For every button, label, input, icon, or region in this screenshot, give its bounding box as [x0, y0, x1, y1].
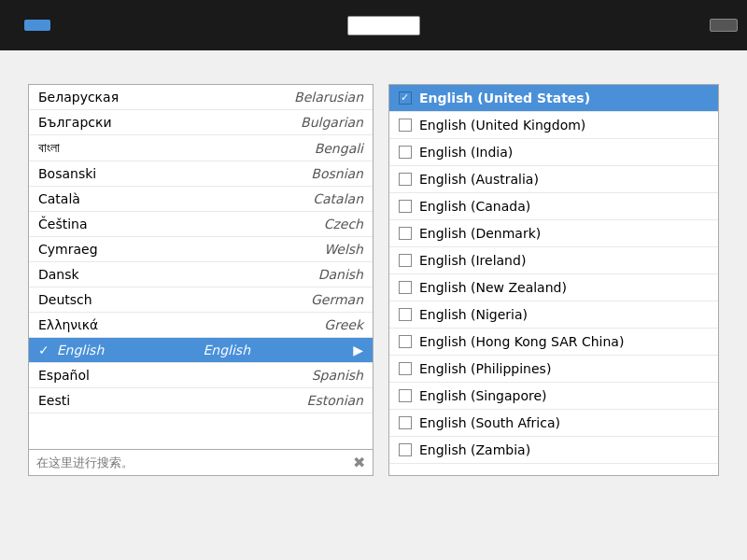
variant-list-item[interactable]: English (Zambia) [389, 437, 718, 464]
variant-label: English (Hong Kong SAR China) [419, 334, 624, 349]
lang-check-icon: ✓ [38, 343, 49, 357]
lang-english-label: Catalan [313, 191, 363, 206]
search-input[interactable] [36, 455, 347, 469]
variant-list-item[interactable]: English (Philippines) [389, 356, 718, 383]
lang-list-item[interactable]: EspañolSpanish [29, 363, 373, 388]
variant-list-item[interactable]: English (Nigeria) [389, 301, 718, 329]
lang-list-item[interactable]: বাংলাBengali [29, 135, 373, 161]
variant-checkbox[interactable] [399, 308, 412, 321]
search-clear-button[interactable]: ✖ [353, 454, 365, 471]
lang-arrow-icon: ▶ [353, 343, 363, 357]
lang-native-label: Eesti [38, 393, 70, 408]
language-list: БеларускаяBelarusianБългарскиBulgarianবা… [28, 84, 374, 450]
lang-english-label: Danish [318, 267, 363, 282]
lang-native-label: Беларуская [38, 90, 119, 105]
left-panel: БеларускаяBelarusianБългарскиBulgarianবা… [28, 84, 374, 476]
lang-english-label: Bosnian [311, 166, 363, 181]
lang-list-item[interactable]: EestiEstonian [29, 388, 373, 413]
lang-english-label: Greek [324, 317, 363, 332]
variant-list-item[interactable]: English (United Kingdom) [389, 112, 718, 139]
variant-label: English (India) [419, 145, 513, 160]
lang-english-label: Spanish [312, 368, 363, 383]
top-bar-center [340, 16, 420, 35]
lang-native-label: Cymraeg [38, 242, 98, 257]
variant-checkbox[interactable] [399, 91, 412, 105]
variant-checkbox[interactable] [399, 335, 412, 348]
variant-label: English (Singapore) [419, 388, 547, 403]
variant-checkbox[interactable] [399, 443, 412, 456]
lang-native-label: Български [38, 115, 112, 130]
variant-list-item[interactable]: English (India) [389, 139, 718, 166]
variant-label: English (Zambia) [419, 442, 530, 457]
variant-checkbox[interactable] [399, 119, 412, 132]
lang-list-item[interactable]: CymraegWelsh [29, 237, 373, 262]
variant-label: English (Australia) [419, 172, 539, 187]
variant-list: English (United States)English (United K… [388, 84, 719, 476]
lang-native-label: Español [38, 368, 90, 383]
variant-list-item[interactable]: English (South Africa) [389, 410, 718, 437]
help-button[interactable] [710, 19, 738, 32]
lang-list-item[interactable]: ΕλληνικάGreek [29, 313, 373, 338]
variant-list-item[interactable]: English (New Zealand) [389, 274, 718, 301]
variant-checkbox[interactable] [399, 281, 412, 294]
variant-label: English (New Zealand) [419, 280, 567, 295]
lang-english-label: English [203, 343, 250, 357]
lang-list-item[interactable]: БългарскиBulgarian [29, 110, 373, 135]
variant-list-item[interactable]: English (Denmark) [389, 220, 718, 247]
variant-label: English (South Africa) [419, 415, 560, 430]
top-bar-left [9, 20, 50, 31]
lang-native-label: Ελληνικά [38, 317, 98, 332]
lang-english-label: Czech [324, 217, 363, 231]
lang-list-item[interactable]: БеларускаяBelarusian [29, 85, 373, 110]
lang-input-wrapper [347, 16, 420, 35]
variant-label: English (United States) [419, 91, 590, 105]
main-content: БеларускаяBelarusianБългарскиBulgarianবা… [0, 50, 747, 560]
variant-label: English (Ireland) [419, 253, 526, 268]
lang-list-item[interactable]: DeutschGerman [29, 287, 373, 313]
variant-list-item[interactable]: English (Hong Kong SAR China) [389, 329, 718, 356]
variant-label: English (Canada) [419, 199, 530, 214]
variant-list-item[interactable]: English (Australia) [389, 166, 718, 193]
lang-native-label: বাংলা [38, 140, 60, 156]
lang-native-label: Bosanski [38, 166, 96, 181]
lang-english-label: Bengali [315, 141, 363, 156]
variant-checkbox[interactable] [399, 227, 412, 240]
search-bar: ✖ [28, 450, 374, 476]
lang-native-label: Deutsch [38, 292, 92, 307]
lists-wrapper: БеларускаяBelarusianБългарскиBulgarianবা… [28, 84, 719, 476]
lang-native-label: English [57, 343, 105, 357]
lang-native-label: Dansk [38, 267, 79, 282]
lang-list-item[interactable]: ✓EnglishEnglish▶ [29, 338, 373, 363]
variant-checkbox[interactable] [399, 146, 412, 159]
variant-list-item[interactable]: English (Singapore) [389, 383, 718, 410]
variant-label: English (Nigeria) [419, 307, 528, 322]
variant-checkbox[interactable] [399, 416, 412, 429]
lang-english-label: Bulgarian [301, 115, 363, 130]
variant-list-item[interactable]: English (Ireland) [389, 247, 718, 274]
variant-checkbox[interactable] [399, 254, 412, 267]
lang-english-label: Estonian [307, 393, 363, 408]
lang-english-label: German [311, 292, 363, 307]
lang-native-label: Čeština [38, 217, 88, 231]
top-bar [0, 0, 747, 50]
variant-list-item[interactable]: English (United States) [389, 85, 718, 112]
lang-english-label: Belarusian [294, 90, 363, 105]
variant-checkbox[interactable] [399, 389, 412, 402]
lang-list-item[interactable]: ČeštinaCzech [29, 212, 373, 237]
variant-checkbox[interactable] [399, 362, 412, 375]
lang-native-label: Català [38, 191, 80, 206]
variant-checkbox[interactable] [399, 173, 412, 186]
lang-list-item[interactable]: BosanskiBosnian [29, 161, 373, 187]
variant-checkbox[interactable] [399, 200, 412, 213]
variant-label: English (United Kingdom) [419, 118, 585, 133]
lang-english-label: Welsh [324, 242, 363, 257]
lang-list-item[interactable]: CatalàCatalan [29, 187, 373, 212]
variant-list-item[interactable]: English (Canada) [389, 193, 718, 220]
lang-list-item[interactable]: DanskDanish [29, 262, 373, 287]
variant-label: English (Denmark) [419, 226, 541, 241]
lang-code-input[interactable] [358, 19, 414, 33]
done-button[interactable] [24, 20, 50, 31]
variant-label: English (Philippines) [419, 361, 551, 376]
